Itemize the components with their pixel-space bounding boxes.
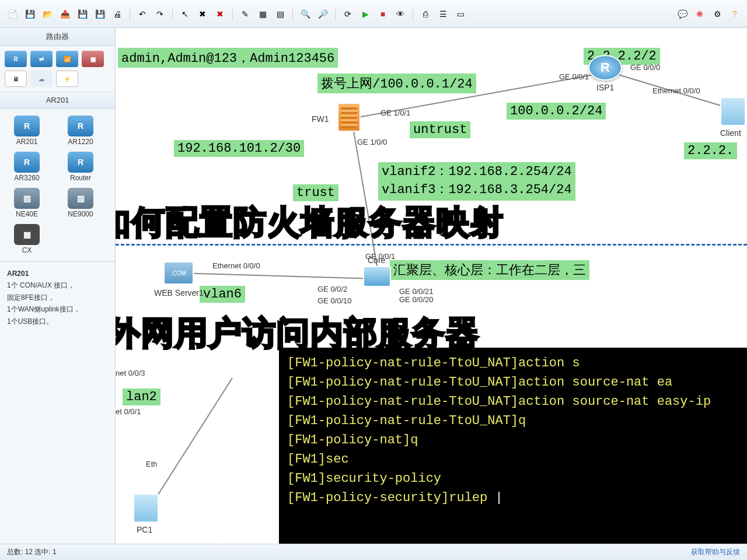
huawei-icon[interactable]: ❋ [692,6,707,22]
iface-ge001: GE 0/0/1 [559,72,589,81]
device-description: AR201 1个 CON/AUX 接口， 固定8FE接口， 1个WAN侧upli… [0,261,115,544]
zone-divider [116,244,747,246]
list-button[interactable]: ☰ [435,6,451,22]
help-feedback-link[interactable]: 获取帮助与反馈 [691,547,740,557]
stop-button[interactable]: ■ [375,6,390,22]
status-bar: 总数: 12 选中: 1 获取帮助与反馈 [0,544,747,560]
router-category-icon[interactable]: R [5,51,27,67]
separator [413,7,413,21]
separator [292,7,293,21]
device-ne40e[interactable]: ▥NE40E [2,186,51,220]
vlanif-label: vlanif2：192.168.2.254/24vlanif3：192.168.… [378,162,575,201]
edit-button[interactable]: ✎ [238,6,253,22]
untrust-ip-label: 100.0.0.2/24 [507,103,606,120]
pc1-node[interactable] [133,494,159,523]
undo-button[interactable]: ↶ [135,6,150,22]
iface-eth000: Ethernet 0/0/0 [652,86,700,95]
cli-terminal[interactable]: [FW1-policy-nat-rule-TtoU_NAT]action s [… [279,348,747,544]
iface-eth: Eth [146,460,158,468]
device-grid: RAR201 RAR1220 RAR3260 RRouter ▥NE40E ▥N… [0,108,115,261]
delete-button[interactable]: ✖ [195,6,210,22]
core-node[interactable] [363,266,391,287]
device-sidebar: 路由器 R ⇄ 📶 ▦ 🖥 ☁ ⚡ AR201 RAR201 RAR1220 R… [0,28,116,544]
iface-ge101: GE 1/0/1 [381,108,410,117]
new-file-button[interactable]: 📄 [5,6,20,22]
untrust-zone-label: untrust [410,121,470,138]
wlan-category-icon[interactable]: 📶 [56,51,78,67]
device-ar1220[interactable]: RAR1220 [56,113,105,148]
dialup-label: 拨号上网/100.0.0.1/24 [317,74,476,93]
admin-credentials-label: admin,Admin@123，Admin123456 [118,48,338,68]
web-server-node[interactable]: .COM [163,261,194,285]
switch-category-icon[interactable]: ⇄ [30,51,53,67]
client-ip-label: 2.2.2. [684,142,737,159]
zoom-in-button[interactable]: 🔍 [298,6,313,22]
device-router[interactable]: RRouter [56,149,105,184]
settings-button[interactable]: ⚙ [710,6,725,22]
start-button[interactable]: ▶ [358,6,373,22]
iface-ge002: GE 0/0/2 [317,285,347,293]
connection-category-icon[interactable]: ⚡ [56,71,78,87]
align-button[interactable]: ▦ [255,6,270,22]
web-label: WEB Server1 [154,288,204,298]
isp1-node[interactable]: R [588,55,622,80]
zoom-out-button[interactable]: 🔎 [315,6,330,22]
save-config-button[interactable]: 💾 [92,6,107,22]
pc1-label: PC1 [137,525,152,534]
main-toolbar: 📄 💾 📂 📤 💾 💾 🖨 ↶ ↷ ↖ ✖ ✖ ✎ ▦ ▤ 🔍 🔎 ⟳ ▶ ■ … [0,0,747,28]
iface-ge0021: GE 0/0/21 [399,287,434,296]
cloud-category-icon[interactable]: ☁ [30,71,53,87]
device-cx[interactable]: ▦CX [2,222,51,257]
client-node[interactable] [720,97,746,126]
iface-ge0001: GE 0/0/1 [365,252,395,261]
agg-layer-label: 汇聚层、核心层：工作在二层，三 [390,260,589,280]
redo-button[interactable]: ↷ [152,6,167,22]
pc-category-icon[interactable]: 🖥 [5,71,27,87]
separator [232,7,233,21]
desc-title: AR201 [7,270,29,278]
category-header: 路由器 [0,28,115,46]
help-button[interactable]: ? [727,6,742,22]
save-button[interactable]: 💾 [75,6,90,22]
capture-button[interactable]: ⎙ [418,6,433,22]
iface-ge0020: GE 0/0/20 [399,295,434,304]
client-label: Client [720,128,741,138]
iface-ge000: GE 0/0/0 [630,63,660,72]
separator [172,7,173,21]
open-button[interactable]: 📂 [40,6,55,22]
fw1-node[interactable] [337,103,361,132]
isp1-label: ISP1 [596,83,614,92]
topology-canvas[interactable]: admin,Admin@123，Admin123456 拨号上网/100.0.0… [116,28,747,544]
print-button[interactable]: 🖨 [110,6,125,22]
inside-ip-label: 192.168.101.2/30 [174,140,304,157]
grid-button[interactable]: ▤ [273,6,288,22]
iface-ge100: GE 1/0/0 [357,138,387,146]
separator [130,7,130,21]
chat-button[interactable]: 💬 [675,6,690,22]
vlan2-label: lan2 [123,388,160,405]
subcategory-header: AR201 [0,92,115,108]
fw1-label: FW1 [312,114,329,124]
vlan6-label: vlan6 [200,286,245,303]
pointer-button[interactable]: ↖ [177,6,193,22]
device-ar3260[interactable]: RAR3260 [2,149,51,184]
cli-button[interactable]: ▭ [453,6,468,22]
trust-zone-label: trust [293,184,338,201]
iface-et001: et 0/0/1 [116,407,141,416]
monitor-button[interactable]: 👁 [393,6,408,22]
delete-all-button[interactable]: ✖ [212,6,228,22]
export-button[interactable]: 📤 [57,6,72,22]
device-ar201[interactable]: RAR201 [2,113,51,148]
svg-line-4 [151,378,232,506]
firewall-category-icon[interactable]: ▦ [82,51,104,67]
separator [335,7,336,21]
device-ne9000[interactable]: ▥NE9000 [56,186,105,220]
iface-ge0010: GE 0/0/10 [317,296,352,305]
refresh-button[interactable]: ⟳ [340,6,355,22]
save-as-button[interactable]: 💾 [22,6,37,22]
overlay-title-1: 如何配置防火墙服务器映射 [116,201,504,245]
iface-eth000-web: Ethernet 0/0/0 [212,261,260,270]
status-count: 总数: 12 选中: 1 [7,547,57,557]
category-icons: R ⇄ 📶 ▦ 🖥 ☁ ⚡ [0,46,115,92]
svg-line-3 [180,273,378,279]
